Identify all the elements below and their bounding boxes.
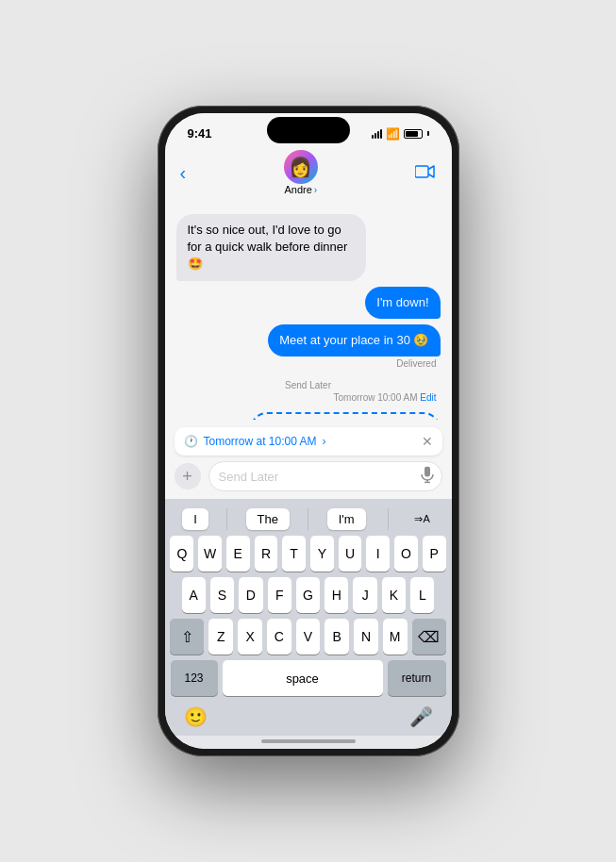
input-area: 🕐 Tomorrow at 10:00 AM › ✕ + Send Later <box>165 420 452 499</box>
plus-button[interactable]: + <box>175 463 201 489</box>
key-row-2: A S D F G H J K L <box>171 577 446 613</box>
messages-area: It's so nice out, I'd love to go for a q… <box>165 205 452 420</box>
key-o[interactable]: O <box>394 536 418 572</box>
signal-icon <box>372 129 382 139</box>
key-y[interactable]: Y <box>310 536 334 572</box>
send-later-time: Tomorrow 10:00 AM Edit <box>176 392 441 403</box>
suggestion-i[interactable]: I <box>182 508 208 530</box>
mic-icon[interactable] <box>421 467 434 487</box>
key-u[interactable]: U <box>339 536 362 572</box>
key-row-1: Q W E R T Y U I O P <box>171 536 446 572</box>
svg-rect-1 <box>425 467 430 477</box>
key-b[interactable]: B <box>325 619 349 655</box>
message-input[interactable]: Send Later <box>208 461 442 491</box>
phone-screen: 9:41 📶 ‹ 👩 <box>165 113 452 749</box>
key-n[interactable]: N <box>354 619 378 655</box>
suggestion-aa[interactable]: ⇒A <box>410 508 433 530</box>
message-text: It's so nice out, I'd love to go for a q… <box>188 223 348 271</box>
bottom-bar: 🙂 🎤 <box>165 700 452 736</box>
send-later-label: Send Later <box>176 380 441 390</box>
battery-icon <box>404 129 423 139</box>
message-bubble-dashed: Happy birthday! Told you I wouldn't forg… <box>250 412 441 420</box>
delivered-label: Delivered <box>396 358 440 369</box>
message-bubble-sent-2: Meet at your place in 30 🥹 <box>268 324 440 356</box>
suggestion-the[interactable]: The <box>246 508 290 530</box>
status-icons: 📶 <box>372 127 429 141</box>
contact-name[interactable]: Andre › <box>284 184 317 195</box>
contact-chevron: › <box>314 185 317 195</box>
key-l[interactable]: L <box>410 577 434 613</box>
phone-frame: 9:41 📶 ‹ 👩 <box>158 106 459 756</box>
key-t[interactable]: T <box>282 536 306 572</box>
send-later-section: Send Later Tomorrow 10:00 AM Edit <box>176 378 441 403</box>
key-rows: Q W E R T Y U I O P A S D F G <box>168 536 449 696</box>
contact-info: 👩 Andre › <box>284 150 318 195</box>
input-placeholder: Send Later <box>219 470 279 484</box>
num-key[interactable]: 123 <box>171 660 218 696</box>
aa-icon: ⇒A <box>414 513 429 525</box>
home-bar <box>261 739 356 743</box>
message-bubble-sent-1: I'm down! <box>365 287 440 319</box>
banner-chevron-icon: › <box>323 435 326 448</box>
key-q[interactable]: Q <box>170 536 193 572</box>
message-group-sent: I'm down! <box>176 287 441 319</box>
key-h[interactable]: H <box>325 577 348 613</box>
status-time: 9:41 <box>188 126 212 141</box>
key-row-4: 123 space return <box>171 660 446 696</box>
suggestions-row: I The I'm ⇒A <box>168 505 449 536</box>
edit-link[interactable]: Edit <box>420 392 436 403</box>
key-s[interactable]: S <box>210 577 234 613</box>
wifi-icon: 📶 <box>386 127 400 141</box>
svg-rect-0 <box>415 166 428 177</box>
emoji-button[interactable]: 🙂 <box>184 705 208 728</box>
space-key[interactable]: space <box>223 660 383 696</box>
message-text: Meet at your place in 30 🥹 <box>279 333 428 347</box>
shift-key[interactable]: ⇧ <box>170 619 204 655</box>
home-indicator-area <box>165 736 452 749</box>
nav-header: ‹ 👩 Andre › <box>165 146 452 205</box>
key-w[interactable]: W <box>198 536 222 572</box>
message-bubble-received-1: It's so nice out, I'd love to go for a q… <box>176 214 367 281</box>
clock-icon: 🕐 <box>184 435 198 448</box>
bottom-mic-button[interactable]: 🎤 <box>409 705 433 728</box>
key-z[interactable]: Z <box>208 619 233 655</box>
video-call-button[interactable] <box>415 162 436 184</box>
key-v[interactable]: V <box>296 619 321 655</box>
key-m[interactable]: M <box>383 619 408 655</box>
message-text: I'm down! <box>376 295 428 309</box>
send-later-banner[interactable]: 🕐 Tomorrow at 10:00 AM › ✕ <box>175 427 442 456</box>
key-g[interactable]: G <box>296 577 320 613</box>
send-later-banner-time: Tomorrow at 10:00 AM <box>204 435 317 448</box>
key-r[interactable]: R <box>255 536 278 572</box>
key-i[interactable]: I <box>366 536 390 572</box>
dynamic-island <box>267 117 350 143</box>
message-group-sent-2: Meet at your place in 30 🥹 Delivered <box>176 324 441 369</box>
delete-key[interactable]: ⌫ <box>412 619 446 655</box>
key-e[interactable]: E <box>226 536 250 572</box>
return-key[interactable]: return <box>388 660 446 696</box>
close-icon[interactable]: ✕ <box>422 434 433 449</box>
key-row-3: ⇧ Z X C V B N M ⌫ <box>171 619 446 655</box>
input-row: + Send Later <box>175 461 442 491</box>
chevron-left-icon: ‹ <box>180 162 187 184</box>
key-p[interactable]: P <box>423 536 446 572</box>
key-k[interactable]: K <box>382 577 406 613</box>
key-j[interactable]: J <box>353 577 376 613</box>
suggestion-im[interactable]: I'm <box>327 508 366 530</box>
key-x[interactable]: X <box>238 619 262 655</box>
key-f[interactable]: F <box>268 577 291 613</box>
plus-icon: + <box>182 467 192 487</box>
key-d[interactable]: D <box>239 577 262 613</box>
message-group-dashed: Happy birthday! Told you I wouldn't forg… <box>176 412 441 420</box>
send-later-banner-content: 🕐 Tomorrow at 10:00 AM › <box>184 435 326 448</box>
back-button[interactable]: ‹ <box>180 162 187 184</box>
avatar: 👩 <box>284 150 318 184</box>
keyboard: I The I'm ⇒A Q W <box>165 499 452 700</box>
key-a[interactable]: A <box>182 577 206 613</box>
battery-tip <box>427 131 429 136</box>
key-c[interactable]: C <box>267 619 291 655</box>
